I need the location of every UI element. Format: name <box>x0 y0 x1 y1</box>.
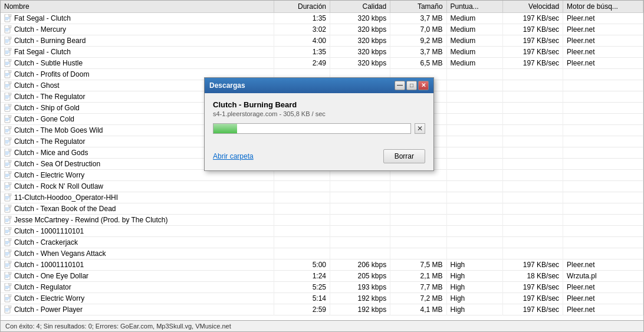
open-folder-link[interactable]: Abrir carpeta <box>213 152 254 160</box>
close-button[interactable]: ✕ <box>418 81 429 90</box>
dialog-titlebar: Descargas — □ ✕ <box>205 78 433 93</box>
download-source: s4-1.pleerstorage.com - 305,8 KB / sec <box>213 110 425 117</box>
main-window: Nombre Duración Calidad Tamaño Puntua...… <box>0 0 644 332</box>
dialog-footer: Abrir carpeta Borrar <box>213 146 425 163</box>
progress-container: ✕ <box>213 123 425 134</box>
download-dialog: Descargas — □ ✕ Clutch - Burning Beard s… <box>204 77 434 171</box>
delete-button[interactable]: Borrar <box>383 149 425 163</box>
dialog-title: Descargas <box>209 81 245 90</box>
progress-bar-background <box>213 123 411 134</box>
progress-bar-fill <box>213 124 237 133</box>
minimize-button[interactable]: — <box>395 81 405 90</box>
dialog-content: Clutch - Burning Beard s4-1.pleerstorage… <box>205 93 433 170</box>
dialog-overlay: Descargas — □ ✕ Clutch - Burning Beard s… <box>1 1 643 331</box>
maximize-button[interactable]: □ <box>406 81 417 90</box>
progress-cancel-button[interactable]: ✕ <box>415 123 425 134</box>
titlebar-buttons: — □ ✕ <box>395 81 429 90</box>
download-filename: Clutch - Burning Beard <box>213 100 425 109</box>
